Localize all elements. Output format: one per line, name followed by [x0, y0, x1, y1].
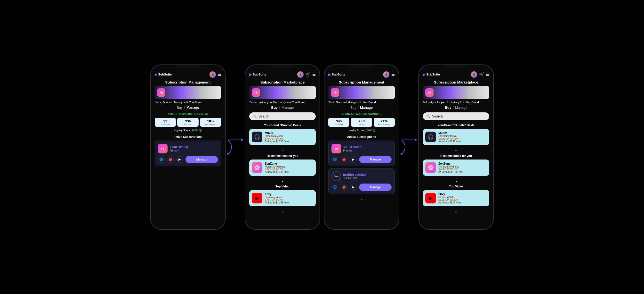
avatar-4[interactable]: 👤	[471, 71, 477, 78]
zenzone-save-4: SAVE UP TO 15%	[438, 168, 463, 171]
apple-icon-1[interactable]: 🍎	[167, 156, 174, 163]
flixy-save-2: SAVE UP TO 4%	[265, 199, 289, 201]
manage-btn-insider-3[interactable]: Manage	[359, 184, 392, 191]
logo-text-3: SubSuite	[332, 73, 345, 76]
market-card-flixy-2[interactable]: ▶ Flixy Steaming Video SAVE UP TO 4% As …	[249, 190, 316, 206]
play-icon-insider-3[interactable]: ▶	[350, 184, 357, 191]
reward-box-1-1: $36 Per Year	[177, 118, 198, 127]
reward-box-1-2: 10% Avg. Discount	[200, 118, 221, 127]
flixy-icon-4: ▶	[425, 193, 436, 203]
play-icon-3[interactable]: ▶	[350, 156, 357, 163]
flixy-icon-2: ▶	[252, 193, 262, 203]
avatar-3[interactable]: 👤	[383, 71, 390, 78]
flixy-price-2: As low as $11.51 / mo.	[265, 201, 289, 204]
svg-marker-0	[227, 153, 229, 156]
insider-info-3: Insider Global "Bundle" Deal	[343, 173, 366, 179]
buy-toggle-4[interactable]: Buy	[445, 106, 451, 110]
phone-3-notch	[350, 65, 374, 68]
buy-manage-1: Buy / Manage	[155, 106, 221, 110]
menu-icon-4[interactable]: ☰	[486, 72, 489, 77]
phone-3: ▶ SubSuite 👤 ☰ Subscription Management Y…	[324, 65, 399, 230]
manage-toggle-2[interactable]: Manage	[282, 106, 294, 110]
phone-1-screen[interactable]: ▶ SubSuite 👤 ☰ Subscription Management Y…	[151, 65, 225, 229]
header-right-3: 👤 ☰	[383, 71, 395, 78]
banner-logo-2: YB	[252, 88, 260, 97]
sub-card-3-yourbrand: YB YourBrand Primary 🌐 🍎 ▶ Manage	[328, 141, 395, 166]
market-card-zenzone-4[interactable]: 🌸 ZenZone Fitness & Wellness SAVE UP TO …	[423, 159, 489, 176]
cart-icon-4[interactable]: 🛒	[479, 72, 484, 77]
avatar-2[interactable]: 👤	[297, 71, 304, 78]
play-icon-1[interactable]: ▶	[176, 156, 183, 163]
buy-toggle-2[interactable]: Buy	[271, 106, 278, 110]
flixy-category-2: Steaming Video	[265, 196, 289, 199]
apple-icon-3[interactable]: 🍎	[341, 156, 348, 163]
recommended-title-2: Recommended for you	[249, 154, 316, 158]
top-video-title-4: Top Video	[423, 185, 489, 188]
svg-marker-3	[400, 153, 402, 156]
flixy-name-2: Flixy	[265, 192, 289, 196]
reward-amount-3-1: $552	[352, 119, 371, 123]
reward-label-3-2: Avg. Discount	[374, 123, 394, 125]
phone-1-wrapper: ▶ SubSuite 👤 ☰ Subscription Management Y…	[150, 65, 226, 230]
phone-4-wrapper: ▶ SubSuite 👤 🛒 ☰ Subscription Marketplac…	[418, 65, 494, 230]
zenzone-price-2: As low as $16.34 / mo.	[265, 171, 289, 173]
zenzone-info-2: ZenZone Fitness & Wellness SAVE UP TO 6%…	[265, 162, 289, 173]
logo-4: ▶ SubSuite	[423, 73, 440, 77]
bundle-title-2: YourBrand "Bundle" Deals	[249, 124, 316, 127]
zenzone-icon-2: 🌸	[252, 162, 262, 173]
market-card-muzix-2[interactable]: 🎧 MuZix Streaming Music SAVE UP TO 5% As…	[249, 129, 316, 145]
menu-icon-3[interactable]: ☰	[391, 72, 395, 77]
manage-toggle-1[interactable]: Manage	[186, 106, 199, 110]
zenzone-save-2: SAVE UP TO 6%	[265, 168, 289, 171]
buy-toggle-3[interactable]: Buy	[350, 106, 356, 110]
muzix-info-2: MuZix Streaming Music SAVE UP TO 5% As l…	[265, 131, 289, 143]
reward-label-3-1: Per Year	[352, 123, 371, 125]
manage-btn-1[interactable]: Manage	[186, 156, 218, 163]
reward-amount-1-1: $36	[178, 119, 197, 123]
buy-toggle-1[interactable]: Buy	[177, 106, 182, 110]
chevron-3-2: ⌄	[249, 209, 316, 213]
search-bar-2[interactable]: 🔍 Search	[249, 112, 316, 120]
sub-name-3: YourBrand	[343, 145, 362, 149]
arrow-1-container	[226, 133, 245, 162]
active-subs-title-1: Active Subscriptions	[155, 135, 221, 139]
phone-4-screen[interactable]: ▶ SubSuite 👤 🛒 ☰ Subscription Marketplac…	[419, 65, 493, 229]
logo-3: ▶ SubSuite	[328, 73, 345, 77]
phone-1-header: ▶ SubSuite 👤 ☰	[155, 71, 221, 78]
recommended-title-4: Recommended for you	[423, 154, 489, 158]
logo-text-4: SubSuite	[426, 73, 440, 76]
apple-icon-insider-3[interactable]: 🍎	[341, 184, 348, 191]
banner-logo-3: YB	[331, 88, 339, 97]
manage-btn-3[interactable]: Manage	[359, 156, 392, 163]
globe-icon-1[interactable]: 🌐	[158, 156, 165, 163]
globe-icon-3[interactable]: 🌐	[332, 156, 338, 163]
page-title-4: Subscription Marketplace	[423, 80, 489, 84]
sub-card-header-1: YB YourBrand Primary	[158, 144, 218, 153]
avatar-1[interactable]: 👤	[210, 71, 216, 78]
buy-manage-3: Buy / Manage	[328, 106, 395, 110]
manage-toggle-4[interactable]: Manage	[455, 106, 468, 110]
muzix-icon-4: 🎧	[425, 132, 436, 142]
menu-icon-2[interactable]: ☰	[312, 72, 316, 77]
header-right-1: 👤 ☰	[210, 71, 221, 78]
sub-name-1: YourBrand	[170, 145, 188, 149]
menu-icon-1[interactable]: ☰	[218, 72, 221, 77]
search-bar-4[interactable]: 🔍 Search	[423, 112, 489, 120]
market-card-muzix-4[interactable]: 🎧 MuZix Streaming Music SAVE UP TO 15% A…	[423, 129, 489, 145]
loyalty-score-1: 100%	[192, 129, 198, 132]
rewards-title-3: YOUR REWARDS SAVINGS	[328, 112, 395, 116]
muzix-save-4: SAVE UP TO 15%	[438, 137, 462, 140]
market-card-zenzone-2[interactable]: 🌸 ZenZone Fitness & Wellness SAVE UP TO …	[249, 159, 316, 176]
phone-3-screen[interactable]: ▶ SubSuite 👤 ☰ Subscription Management Y…	[324, 65, 398, 229]
loyalty-1: Loyalty Score: 100% ⓘ	[155, 129, 221, 132]
tagline-4: Tailored just for you. Exclusively from …	[423, 101, 489, 104]
cart-icon-2[interactable]: 🛒	[306, 72, 310, 77]
market-card-flixy-4[interactable]: ▶ Flixy Steaming Video SAVE UP TO 20% As…	[423, 190, 489, 206]
phone-2-screen[interactable]: ▶ SubSuite 👤 🛒 ☰ Subscription Marketplac…	[246, 65, 320, 229]
insider-type-3: "Bundle" Deal	[343, 177, 366, 179]
logo-icon-1: ▶	[155, 73, 157, 77]
muzix-category-4: Streaming Music	[438, 135, 462, 137]
globe-icon-insider-3[interactable]: 🌐	[332, 184, 338, 191]
reward-label-3-0: Per Month	[329, 123, 348, 125]
manage-toggle-3[interactable]: Manage	[360, 106, 373, 110]
